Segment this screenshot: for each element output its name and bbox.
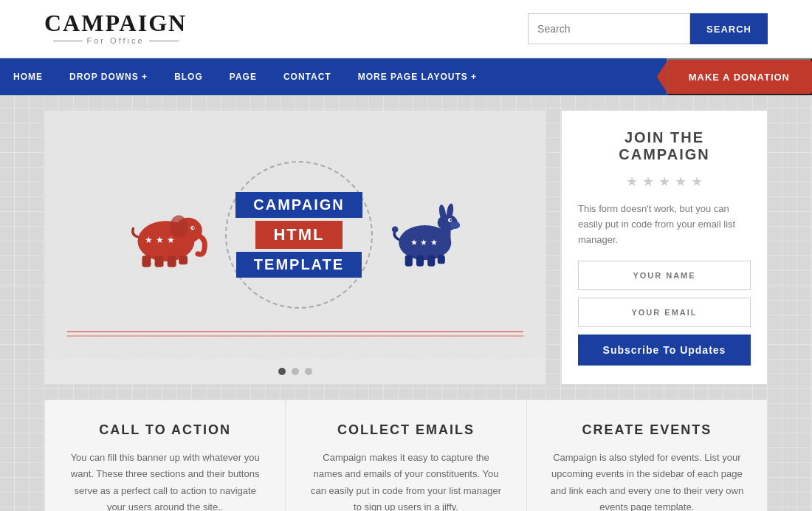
svg-rect-5 (168, 256, 176, 267)
bottom-section-emails: COLLECT EMAILS Campaign makes it easy to… (286, 399, 526, 511)
svg-rect-6 (179, 256, 187, 264)
name-input[interactable] (578, 261, 751, 290)
svg-rect-3 (142, 256, 151, 267)
events-text: Campaign is also styled for events. List… (549, 450, 745, 511)
star-3: ★ (658, 174, 670, 190)
nav-item-home[interactable]: HOME (0, 58, 56, 95)
nav-items: HOME DROP DOWNS + BLOG PAGE CONTACT MORE… (0, 58, 667, 95)
svg-rect-23 (438, 256, 445, 264)
nav-item-contact[interactable]: CONTACT (270, 58, 345, 95)
sidebar-title: JOIN THE CAMPAIGN (578, 129, 751, 163)
bottom-section-cta: CALL TO ACTION You can fill this banner … (44, 399, 286, 511)
donkey-illustration: ★ ★ ★ (380, 198, 476, 272)
email-input[interactable] (578, 298, 751, 327)
decorative-lines (67, 331, 523, 337)
nav-item-dropdowns[interactable]: DROP DOWNS + (56, 58, 161, 95)
svg-text:★: ★ (145, 235, 153, 245)
svg-text:★: ★ (420, 238, 427, 247)
band-html: HTML (255, 221, 342, 249)
circle-dashed: CAMPAIGN HTML TEMPLATE (225, 161, 373, 309)
svg-text:★: ★ (156, 235, 164, 245)
nav-item-page[interactable]: PAGE (216, 58, 270, 95)
svg-text:★: ★ (430, 238, 438, 247)
center-logo: CAMPAIGN HTML TEMPLATE (225, 161, 373, 309)
line-2 (67, 335, 523, 337)
stars-row: ★ ★ ★ ★ ★ (578, 174, 751, 190)
main-content: ★ ★ ★ CAMPAIGN HTML (0, 95, 812, 399)
slider-dots (45, 359, 546, 384)
search-input[interactable] (528, 13, 690, 44)
band-campaign: CAMPAIGN (235, 192, 362, 218)
nav-item-more[interactable]: MORE PAGE LAYOUTS + (345, 58, 490, 95)
star-4: ★ (675, 174, 687, 190)
band-template: TEMPLATE (236, 252, 362, 278)
donate-button[interactable]: MAKE A DONATION (667, 58, 812, 95)
logo-stack: CAMPAIGN HTML TEMPLATE (235, 191, 362, 279)
bottom-sections: CALL TO ACTION You can fill this banner … (0, 399, 812, 511)
hero-slider: ★ ★ ★ CAMPAIGN HTML (44, 110, 546, 385)
logo-divider: For Office (53, 36, 179, 45)
join-sidebar: JOIN THE CAMPAIGN ★ ★ ★ ★ ★ This form do… (561, 110, 768, 385)
elephant-svg: ★ ★ ★ (122, 198, 210, 272)
logo-for-office: For Office (87, 36, 145, 45)
bottom-section-events: CREATE EVENTS Campaign is also styled fo… (527, 399, 768, 511)
search-area: SEARCH (528, 13, 768, 44)
cta-title: CALL TO ACTION (67, 422, 263, 438)
search-button[interactable]: SEARCH (690, 13, 768, 44)
nav-item-blog[interactable]: BLOG (161, 58, 216, 95)
dot-2[interactable] (292, 368, 299, 375)
slider-content: ★ ★ ★ CAMPAIGN HTML (45, 111, 546, 359)
logo: CAMPAIGN For Office (44, 11, 187, 47)
svg-rect-4 (155, 256, 164, 267)
emails-text: Campaign makes it easy to capture the na… (308, 450, 503, 511)
svg-point-27 (392, 227, 398, 233)
header: CAMPAIGN For Office SEARCH (0, 0, 812, 58)
svg-rect-20 (405, 256, 413, 267)
emails-title: COLLECT EMAILS (308, 422, 503, 438)
star-2: ★ (642, 174, 654, 190)
cta-text: You can fill this banner up with whateve… (67, 450, 263, 511)
svg-point-19 (450, 219, 452, 222)
sidebar-description: This form doesn't work, but you can easi… (578, 202, 751, 247)
elephant-illustration: ★ ★ ★ (114, 198, 218, 272)
svg-rect-22 (427, 256, 435, 267)
svg-rect-21 (416, 256, 424, 267)
svg-point-11 (193, 227, 195, 229)
subscribe-button[interactable]: Subscribe To Updates (578, 335, 751, 366)
dot-1[interactable] (278, 368, 286, 375)
logo-campaign-text: CAMPAIGN (44, 11, 187, 35)
star-1: ★ (626, 174, 638, 190)
line-1 (67, 331, 523, 332)
dot-3[interactable] (305, 368, 312, 375)
svg-text:★: ★ (167, 235, 175, 245)
star-5: ★ (691, 174, 703, 190)
svg-point-15 (450, 222, 461, 229)
svg-text:★: ★ (410, 238, 418, 247)
donkey-svg: ★ ★ ★ (388, 198, 469, 272)
slider-inner: ★ ★ ★ CAMPAIGN HTML (67, 161, 523, 309)
events-title: CREATE EVENTS (549, 422, 745, 438)
main-nav: HOME DROP DOWNS + BLOG PAGE CONTACT MORE… (0, 58, 812, 95)
